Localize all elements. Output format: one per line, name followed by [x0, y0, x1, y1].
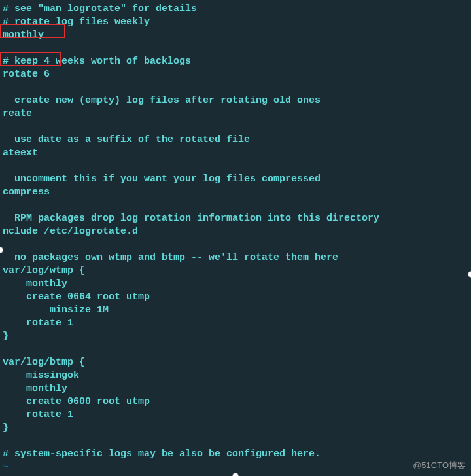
editor-line: compress: [0, 186, 471, 199]
editor-line: var/log/wtmp {: [0, 265, 471, 278]
editor-line: [0, 81, 471, 94]
editor-line: }: [0, 330, 471, 343]
resize-handle-bottom[interactable]: [233, 473, 238, 476]
editor-line: minsize 1M: [0, 304, 471, 317]
editor-line: [0, 120, 471, 134]
editor-line: no packages own wtmp and btmp -- we'll r…: [0, 251, 471, 265]
editor-line: nclude /etc/logrotate.d: [0, 225, 471, 238]
editor-line: [0, 160, 471, 173]
editor-line: create new (empty) log files after rotat…: [0, 94, 471, 107]
editor-line: [0, 42, 471, 55]
editor-line: [0, 343, 471, 356]
editor-line: [0, 199, 471, 212]
editor-line: }: [0, 422, 471, 435]
text-editor-viewport[interactable]: # see "man logrotate" for details# rotat…: [0, 0, 471, 476]
editor-line: # see "man logrotate" for details: [0, 3, 471, 16]
editor-line: monthly: [0, 382, 471, 395]
editor-line: reate: [0, 107, 471, 120]
editor-line: [0, 435, 471, 448]
editor-line: use date as a suffix of the rotated file: [0, 134, 471, 147]
editor-line: ateext: [0, 147, 471, 160]
resize-handle-right[interactable]: [468, 272, 471, 277]
watermark-text: @51CTO博客: [413, 459, 466, 472]
editor-line: monthly: [0, 29, 471, 42]
editor-line: rotate 1: [0, 409, 471, 422]
editor-line: monthly: [0, 278, 471, 291]
editor-line: uncomment this if you want your log file…: [0, 173, 471, 186]
editor-line: # system-specific logs may be also be co…: [0, 448, 471, 461]
editor-line: var/log/btmp {: [0, 356, 471, 369]
editor-line: RPM packages drop log rotation informati…: [0, 212, 471, 225]
editor-line: create 0664 root utmp: [0, 291, 471, 304]
editor-line: ~: [0, 461, 471, 474]
editor-line: # rotate log files weekly: [0, 16, 471, 29]
editor-line: missingok: [0, 369, 471, 382]
editor-line: # keep 4 weeks worth of backlogs: [0, 55, 471, 68]
editor-line: create 0600 root utmp: [0, 395, 471, 409]
editor-line: rotate 1: [0, 317, 471, 330]
editor-line: rotate 6: [0, 68, 471, 81]
editor-line: [0, 238, 471, 251]
